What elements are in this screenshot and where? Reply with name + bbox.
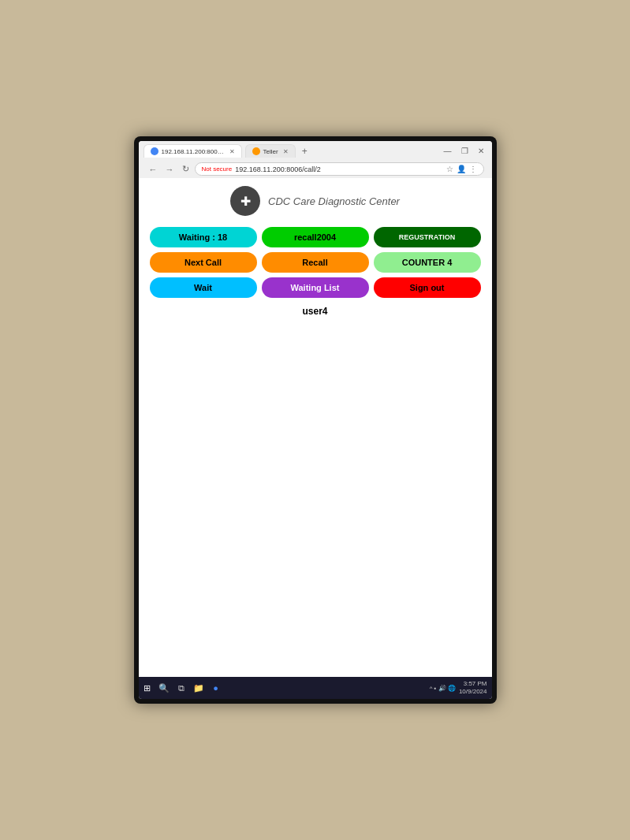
address-icons: ☆ 👤 ⋮: [446, 165, 477, 173]
address-bar[interactable]: Not secure 192.168.11.200:8006/call/2 ☆ …: [195, 162, 484, 176]
reload-button[interactable]: ↻: [180, 163, 192, 175]
minimize-button[interactable]: —: [441, 147, 455, 155]
logo: ✚: [230, 186, 260, 216]
username-row: user4: [150, 306, 481, 317]
counter4-button[interactable]: COUNTER 4: [374, 252, 481, 273]
not-secure-label: Not secure: [202, 165, 233, 173]
recall2004-button[interactable]: recall2004: [262, 227, 369, 247]
address-text: 192.168.11.200:8006/call/2: [235, 165, 321, 173]
browser-chrome: 192.168.11.200:8006/call/2 ✕ Teller ✕ + …: [139, 141, 492, 178]
waiting-button[interactable]: Waiting : 18: [150, 227, 257, 247]
clock: 3:57 PM 10/9/2024: [459, 680, 487, 697]
site-header: ✚ CDC Care Diagnostic Center: [150, 186, 481, 216]
chrome-icon[interactable]: ●: [209, 681, 223, 695]
restore-button[interactable]: ❐: [458, 147, 472, 155]
wall-mount: 192.168.11.200:8006/call/2 ✕ Teller ✕ + …: [134, 136, 497, 704]
time-display: 3:57 PM: [459, 680, 487, 688]
system-tray: ^ ▪ 🔊 🌐: [430, 685, 456, 692]
taskbar: ⊞ 🔍 ⧉ 📁 ● ^ ▪ 🔊 🌐 3:57 PM 10/9/2024: [139, 677, 492, 699]
page-content: ✚ CDC Care Diagnostic Center Waiting : 1…: [139, 178, 492, 677]
address-bar-row: ← → ↻ Not secure 192.168.11.200:8006/cal…: [144, 160, 487, 178]
bookmark-icon[interactable]: ☆: [446, 165, 453, 173]
search-taskbar-icon[interactable]: 🔍: [157, 681, 171, 695]
profile-icon[interactable]: 👤: [457, 165, 466, 173]
window-controls: — ❐ ✕: [441, 147, 487, 155]
wait-button[interactable]: Wait: [150, 277, 257, 298]
menu-icon[interactable]: ⋮: [469, 165, 477, 173]
tab1-close[interactable]: ✕: [229, 148, 235, 155]
username-label: user4: [302, 306, 327, 317]
waiting-list-button[interactable]: Waiting List: [262, 277, 369, 298]
sign-out-button[interactable]: Sign out: [374, 277, 481, 298]
tab-active[interactable]: 192.168.11.200:8006/call/2 ✕: [144, 144, 242, 158]
date-display: 10/9/2024: [459, 688, 487, 696]
tab1-label: 192.168.11.200:8006/call/2: [162, 148, 225, 155]
browser-window: 192.168.11.200:8006/call/2 ✕ Teller ✕ + …: [139, 141, 492, 699]
next-call-button[interactable]: Next Call: [150, 252, 257, 273]
recall-button[interactable]: Recall: [262, 252, 369, 273]
new-tab-button[interactable]: +: [299, 146, 311, 157]
back-button[interactable]: ←: [147, 164, 160, 175]
tab-inactive[interactable]: Teller ✕: [245, 144, 296, 158]
tab-bar: 192.168.11.200:8006/call/2 ✕ Teller ✕ + …: [144, 144, 487, 158]
taskview-icon[interactable]: ⧉: [174, 681, 188, 695]
tab1-favicon: [151, 147, 158, 155]
tab2-close[interactable]: ✕: [283, 148, 289, 155]
forward-button[interactable]: →: [163, 164, 177, 175]
buttons-grid: Waiting : 18 recall2004 REGUSTRATION Nex…: [150, 227, 481, 298]
tab2-favicon: [252, 147, 260, 155]
logo-icon: ✚: [240, 194, 251, 209]
tray-icons: ^ ▪ 🔊 🌐: [430, 685, 456, 692]
start-icon[interactable]: ⊞: [144, 683, 151, 693]
site-title: CDC Care Diagnostic Center: [268, 195, 400, 207]
registration-button[interactable]: REGUSTRATION: [374, 227, 481, 247]
file-icon[interactable]: 📁: [192, 681, 206, 695]
tab2-label: Teller: [263, 148, 278, 155]
close-button[interactable]: ✕: [475, 147, 487, 155]
